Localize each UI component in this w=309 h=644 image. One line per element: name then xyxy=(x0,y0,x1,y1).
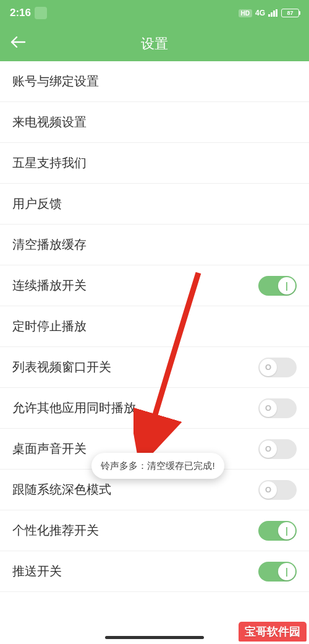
row-timed-stop[interactable]: 定时停止播放 xyxy=(0,306,309,347)
hd-badge: HD xyxy=(239,9,252,17)
row-incoming-video[interactable]: 来电视频设置 xyxy=(0,102,309,143)
toggle-follow-dark[interactable] xyxy=(258,480,297,500)
row-account[interactable]: 账号与绑定设置 xyxy=(0,61,309,102)
row-label: 来电视频设置 xyxy=(12,114,87,131)
status-bar: 2:16 HD 4G 87 xyxy=(0,0,309,26)
row-label: 用户反馈 xyxy=(12,195,62,212)
row-continuous-play: 连续播放开关 xyxy=(0,265,309,306)
svg-rect-1 xyxy=(271,12,273,17)
row-label: 列表视频窗口开关 xyxy=(12,359,111,376)
signal-icon xyxy=(268,9,278,17)
row-push: 推送开关 xyxy=(0,551,309,592)
back-button[interactable] xyxy=(10,35,26,53)
row-label: 清空播放缓存 xyxy=(12,236,87,253)
row-label: 五星支持我们 xyxy=(12,155,87,171)
page-title: 设置 xyxy=(141,35,168,53)
row-label: 定时停止播放 xyxy=(12,318,87,335)
row-label: 允许其他应用同时播放 xyxy=(12,400,136,416)
row-list-video-window: 列表视频窗口开关 xyxy=(0,347,309,388)
row-label: 个性化推荐开关 xyxy=(12,522,99,539)
row-label: 推送开关 xyxy=(12,563,62,580)
header: 设置 xyxy=(0,26,309,61)
toggle-desktop-sound[interactable] xyxy=(258,439,297,459)
settings-list: 账号与绑定设置 来电视频设置 五星支持我们 用户反馈 清空播放缓存 连续播放开关… xyxy=(0,61,309,592)
toggle-personalized[interactable] xyxy=(258,521,297,541)
toggle-push[interactable] xyxy=(258,562,297,582)
row-feedback[interactable]: 用户反馈 xyxy=(0,184,309,225)
status-app-icon xyxy=(35,7,47,19)
status-time: 2:16 xyxy=(10,7,31,19)
row-clear-cache[interactable]: 清空播放缓存 xyxy=(0,225,309,265)
row-label: 账号与绑定设置 xyxy=(12,73,99,90)
back-arrow-icon xyxy=(10,35,26,49)
row-allow-concurrent: 允许其他应用同时播放 xyxy=(0,388,309,429)
toggle-allow-concurrent[interactable] xyxy=(258,398,297,418)
svg-rect-2 xyxy=(273,11,275,17)
row-personalized: 个性化推荐开关 xyxy=(0,510,309,551)
toggle-continuous-play[interactable] xyxy=(258,276,297,296)
row-label: 连续播放开关 xyxy=(12,277,87,294)
watermark: 宝哥软件园 xyxy=(239,622,307,642)
row-label: 桌面声音开关 xyxy=(12,440,87,457)
network-label: 4G xyxy=(255,9,265,17)
toast-text: 铃声多多：清空缓存已完成! xyxy=(101,460,214,472)
toast: 铃声多多：清空缓存已完成! xyxy=(91,453,224,479)
home-indicator[interactable] xyxy=(105,636,204,639)
svg-rect-3 xyxy=(276,9,277,17)
row-five-star[interactable]: 五星支持我们 xyxy=(0,143,309,184)
row-label: 跟随系统深色模式 xyxy=(12,481,111,498)
toggle-list-video-window[interactable] xyxy=(258,358,297,377)
battery-icon: 87 xyxy=(281,9,299,17)
svg-rect-0 xyxy=(268,14,270,17)
